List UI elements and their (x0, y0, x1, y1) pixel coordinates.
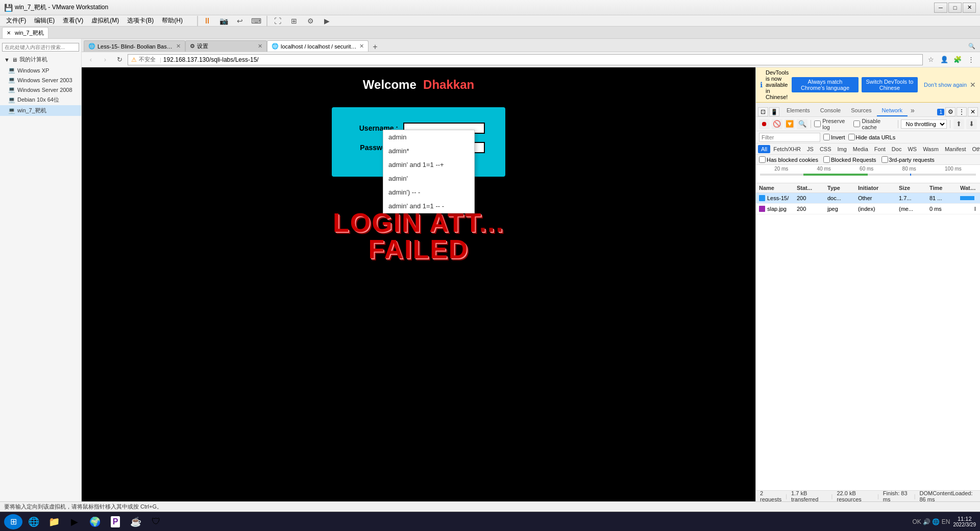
screenshot-button[interactable]: 📷 (216, 15, 231, 27)
hide-data-urls-checkbox[interactable] (848, 134, 855, 140)
browser-tab-localhost[interactable]: 🌐 localhost / localhost / security... ✕ (267, 40, 369, 52)
filter-input[interactable] (759, 133, 820, 142)
reload-button[interactable]: ↻ (113, 54, 126, 65)
devtools-tab-console[interactable]: Console (815, 105, 846, 116)
sidebar-item-debian[interactable]: 💻 Debian 10x 64位 (0, 94, 81, 105)
clear-button[interactable]: 🚫 (772, 119, 782, 129)
tab-close-less15[interactable]: ✕ (176, 43, 181, 50)
search-button[interactable]: 🔍 (797, 119, 807, 129)
revert-button[interactable]: ↩ (233, 15, 247, 27)
export-button[interactable]: ⬇ (966, 119, 977, 129)
sidebar-item-winserver2008[interactable]: 💻 Windows Server 2008 (0, 85, 81, 94)
tab-close-settings[interactable]: ✕ (258, 43, 262, 50)
pause-button[interactable]: ⏸ (200, 15, 214, 27)
filter-show-button[interactable]: 🔽 (785, 119, 795, 129)
vm-tab-close[interactable]: ✕ (7, 30, 11, 36)
start-button[interactable]: ⊞ (4, 514, 22, 529)
taskbar-media[interactable]: ▶ (65, 514, 84, 529)
record-button[interactable]: ⏺ (759, 119, 770, 129)
third-party-checkbox[interactable] (881, 156, 888, 163)
has-blocked-checkbox[interactable] (759, 156, 766, 163)
menu-help[interactable]: 帮助(H) (158, 15, 187, 26)
filter-type-js[interactable]: JS (804, 145, 817, 153)
devtools-tab-elements[interactable]: Elements (781, 105, 815, 116)
import-button[interactable]: ⬆ (953, 119, 964, 129)
devtools-info-close[interactable]: ✕ (970, 81, 976, 89)
filter-type-fetch[interactable]: Fetch/XHR (770, 145, 804, 153)
fullscreen-button[interactable]: ⛶ (271, 15, 285, 27)
minimize-button[interactable]: ─ (934, 3, 947, 13)
taskbar-explorer[interactable]: 📁 (45, 514, 63, 529)
unity-button[interactable]: ⊞ (287, 15, 301, 27)
sidebar-section-my-computer[interactable]: ▼ 🖥 我的计算机 (0, 54, 81, 65)
devtools-tab-sources[interactable]: Sources (846, 105, 876, 116)
settings-button[interactable]: ⚙ (303, 15, 317, 27)
throttling-select[interactable]: No throttling (901, 119, 947, 129)
devtools-close-btn2[interactable]: ✕ (968, 107, 978, 116)
tab-close-localhost[interactable]: ✕ (359, 43, 364, 50)
sidebar-item-winserver2003[interactable]: 💻 Windows Server 2003 (0, 75, 81, 85)
menu-file[interactable]: 文件(F) (2, 15, 30, 26)
dont-show-button[interactable]: Don't show again (924, 82, 967, 88)
url-bar[interactable]: ⚠ 不安全 | 192.168.137.130/sqli-labs/Less-1… (128, 54, 923, 65)
taskbar-ie[interactable]: 🌐 (24, 514, 43, 529)
filter-type-media[interactable]: Media (850, 145, 871, 153)
forward-button[interactable]: › (99, 54, 111, 65)
filter-type-font[interactable]: Font (871, 145, 889, 153)
autocomplete-item-3[interactable]: admin' (383, 172, 474, 185)
devtools-more-button[interactable]: ⋮ (957, 107, 967, 116)
filter-type-other[interactable]: Other (969, 145, 980, 153)
devtools-gear-button[interactable]: ⚙ (945, 107, 955, 116)
profile-button[interactable]: 👤 (938, 54, 950, 65)
taskbar-p[interactable]: P (106, 514, 125, 529)
autocomplete-item-5[interactable]: admin' and 1=1 -- - (383, 199, 474, 213)
third-party-label[interactable]: 3rd-party requests (881, 156, 935, 163)
invert-checkbox-label[interactable]: Invert (823, 134, 845, 140)
disable-cache-label[interactable]: Disable cache (853, 118, 894, 130)
maximize-button[interactable]: □ (948, 3, 962, 13)
taskbar-shield[interactable]: 🛡 (147, 514, 165, 529)
extension-button[interactable]: 🧩 (951, 54, 964, 65)
autocomplete-item-0[interactable]: admin (383, 130, 474, 144)
console-button[interactable]: ▶ (320, 15, 334, 27)
always-match-button[interactable]: Always match Chrome's language (792, 77, 859, 92)
filter-type-wasm[interactable]: Wasm (920, 145, 942, 153)
preserve-log-checkbox[interactable] (814, 120, 821, 127)
autocomplete-item-4[interactable]: admin') -- - (383, 185, 474, 199)
devtools-tab-network[interactable]: Network (877, 105, 908, 116)
hide-data-urls-label[interactable]: Hide data URLs (848, 134, 896, 140)
sidebar-item-win7[interactable]: 💻 win_7_靶机 (0, 105, 81, 116)
taskbar-java[interactable]: ☕ (127, 514, 145, 529)
invert-checkbox[interactable] (823, 134, 830, 140)
filter-type-img[interactable]: Img (835, 145, 850, 153)
tab-search-button[interactable]: 🔍 (966, 40, 978, 52)
bookmark-button[interactable]: ☆ (925, 54, 937, 65)
filter-type-all[interactable]: All (758, 145, 770, 153)
menu-vm[interactable]: 虚拟机(M) (87, 15, 123, 26)
browser-tab-less15[interactable]: 🌐 Less-15- Blind- Boolian Base... ✕ (84, 40, 185, 52)
blocked-req-label[interactable]: Blocked Requests (823, 156, 876, 163)
devtools-tab-more[interactable]: » (908, 104, 918, 116)
filter-type-manifest[interactable]: Manifest (942, 145, 969, 153)
sidebar-search-input[interactable] (2, 43, 79, 52)
filter-type-doc[interactable]: Doc (889, 145, 905, 153)
network-row-less15[interactable]: Less-15/ 200 doc... Other 1.7... 81 ... (756, 193, 980, 204)
devtools-device-button[interactable]: 📱 (769, 107, 779, 116)
close-button[interactable]: ✕ (963, 3, 976, 13)
devtools-inspect-button[interactable]: ⊡ (758, 107, 768, 116)
vm-tab-win7[interactable]: ✕ win_7_靶机 (2, 27, 48, 38)
preserve-log-label[interactable]: Preserve log (814, 118, 851, 130)
has-blocked-label[interactable]: Has blocked cookies (759, 156, 818, 163)
disable-cache-checkbox[interactable] (853, 120, 860, 127)
menu-view[interactable]: 查看(V) (59, 15, 87, 26)
filter-type-css[interactable]: CSS (817, 145, 835, 153)
new-tab-button[interactable]: + (370, 42, 381, 52)
menu-tabs[interactable]: 选项卡(B) (123, 15, 158, 26)
network-row-slapjpg[interactable]: slap.jpg 200 jpeg (index) (me... 0 ms (756, 204, 980, 214)
browser-tab-settings[interactable]: ⚙ 设置 ✕ (185, 40, 267, 52)
switch-devtools-button[interactable]: Switch DevTools to Chinese (862, 77, 918, 92)
taskbar-chrome[interactable]: 🌍 (86, 514, 104, 529)
back-button[interactable]: ‹ (85, 54, 97, 65)
send-keys-button[interactable]: ⌨ (249, 15, 263, 27)
filter-type-ws[interactable]: WS (904, 145, 920, 153)
